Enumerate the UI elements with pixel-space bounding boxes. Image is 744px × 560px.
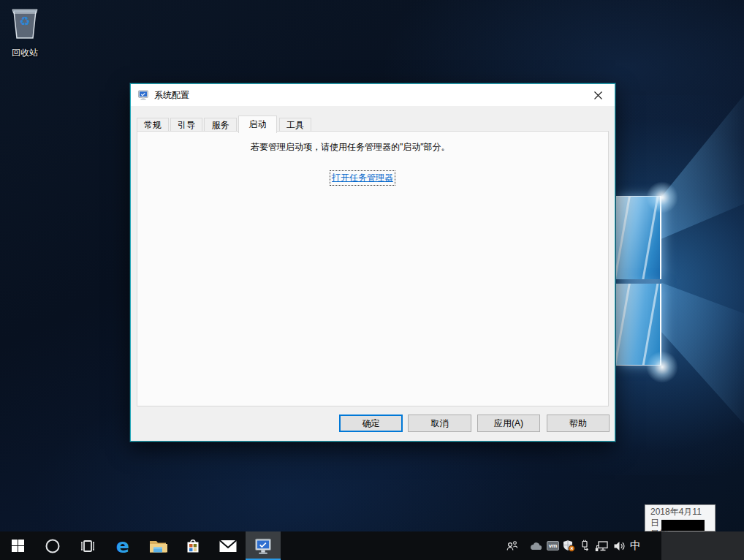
network-icon: [595, 540, 609, 552]
usb-icon: [580, 540, 590, 552]
msconfig-icon: [254, 537, 273, 556]
store-button[interactable]: [175, 531, 210, 560]
logo-corner-glow: [646, 351, 678, 383]
open-task-manager-link[interactable]: 打开任务管理器: [330, 171, 395, 185]
edge-icon: e: [116, 536, 129, 556]
system-config-window: 系统配置 常规 引导 服务 启动 工具 若要管理启动项，请使用任务管理器的"启动…: [130, 83, 615, 442]
system-tray: vm: [506, 531, 641, 560]
mail-icon: [219, 539, 238, 553]
edge-button[interactable]: e: [105, 531, 140, 560]
defender-shield-icon: [563, 540, 575, 552]
tab-boot[interactable]: 引导: [170, 118, 202, 132]
redaction-box: [661, 520, 705, 531]
msconfig-icon: [137, 89, 149, 101]
cancel-button[interactable]: 取消: [408, 415, 471, 432]
network-button[interactable]: [595, 540, 609, 552]
ime-indicator[interactable]: 中: [630, 539, 641, 553]
recycle-bin-icon: ♻: [9, 6, 41, 42]
vmware-tools-button[interactable]: vm: [547, 541, 559, 550]
vmware-icon: vm: [547, 541, 559, 550]
mail-button[interactable]: [210, 531, 246, 560]
recycle-bin[interactable]: ♻ 回收站: [4, 6, 45, 59]
windows-logo-pane-top: [616, 196, 661, 279]
tab-general[interactable]: 常规: [137, 118, 169, 132]
light-beam: [661, 95, 744, 270]
onedrive-button[interactable]: [529, 541, 543, 551]
tab-services[interactable]: 服务: [204, 118, 237, 132]
tab-startup[interactable]: 启动: [238, 116, 277, 133]
clock-area[interactable]: [661, 531, 744, 560]
titlebar[interactable]: 系统配置: [131, 84, 615, 106]
close-button[interactable]: [582, 84, 615, 106]
taskbar: e: [0, 531, 744, 560]
svg-text:♻: ♻: [19, 15, 30, 29]
store-icon: [184, 537, 202, 555]
task-view-icon: [79, 538, 96, 554]
volume-button[interactable]: [613, 540, 626, 552]
tab-tools[interactable]: 工具: [279, 118, 311, 132]
usb-device-button[interactable]: [580, 540, 590, 552]
cortana-button[interactable]: [35, 531, 70, 560]
file-explorer-button[interactable]: [140, 531, 175, 560]
apply-button[interactable]: 应用(A): [477, 415, 540, 432]
desktop: ♻ 回收站 系统配置 常规 引导 服务 启动 工具: [0, 0, 744, 560]
logo-corner-glow: [646, 181, 678, 213]
ok-button[interactable]: 确定: [339, 415, 403, 432]
msconfig-taskbar-button[interactable]: [246, 531, 281, 560]
defender-button[interactable]: [563, 540, 575, 552]
window-title: 系统配置: [154, 89, 189, 102]
volume-icon: [613, 540, 626, 552]
onedrive-cloud-icon: [529, 541, 543, 551]
cortana-circle-icon: [45, 538, 61, 554]
windows-logo-pane-bottom: [616, 284, 661, 366]
startup-message: 若要管理启动项，请使用任务管理器的"启动"部分。: [251, 141, 450, 154]
folder-icon: [148, 537, 167, 555]
help-button[interactable]: 帮助: [547, 415, 610, 432]
close-icon: [594, 91, 602, 99]
recycle-bin-label: 回收站: [4, 47, 45, 59]
people-button[interactable]: [506, 540, 518, 552]
start-button[interactable]: [0, 531, 35, 560]
start-icon: [12, 540, 24, 552]
task-view-button[interactable]: [70, 531, 105, 560]
people-icon: [506, 540, 518, 552]
startup-tab-page: 若要管理启动项，请使用任务管理器的"启动"部分。 打开任务管理器: [137, 131, 609, 406]
light-beam: [661, 270, 744, 424]
